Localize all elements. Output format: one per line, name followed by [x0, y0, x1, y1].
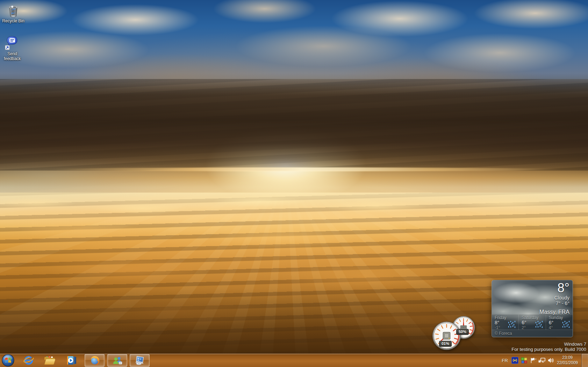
taskbar: FR: [0, 353, 588, 367]
ram-usage-label: 50%: [456, 329, 469, 335]
build-watermark: Windows 7 For testing purposes only. Bui…: [511, 341, 586, 352]
taskbar-internet-explorer[interactable]: [22, 354, 36, 367]
rain-icon: [507, 320, 517, 329]
weather-current: 8° Cloudy 7° - 6° Massy, FRA: [539, 281, 569, 315]
internet-explorer-icon: [23, 355, 34, 366]
desktop-icon-recycle-bin[interactable]: Recycle Bin: [0, 2, 27, 23]
taskbar-gadget-gallery-button[interactable]: [130, 354, 150, 367]
forecast-high: 6°: [549, 320, 553, 325]
media-player-icon: [66, 355, 77, 366]
desktop-icon-label: Recycle Bin: [0, 19, 27, 23]
send-feedback-icon: [4, 35, 20, 51]
network-icon[interactable]: [537, 354, 546, 367]
weather-condition: Cloudy: [539, 295, 569, 301]
desktop-icon-send-feedback[interactable]: Send feedback: [0, 35, 26, 61]
gadget-gallery-icon: [134, 355, 145, 366]
weather-current-temp: 8°: [539, 281, 569, 295]
desktop-icon-label: Send feedback: [0, 51, 26, 61]
forecast-high: 8°: [495, 320, 500, 325]
messenger-icon: [112, 355, 123, 366]
taskbar-media-player[interactable]: [64, 354, 78, 367]
desktop: Recycle Bin Send feedback Windows 7 For …: [0, 0, 588, 367]
forecast-day-label: Friday: [495, 315, 516, 320]
weather-range: 7° - 6°: [539, 301, 569, 306]
volume-icon[interactable]: [546, 354, 555, 367]
clock-time: 23:09: [562, 355, 573, 360]
forecast-day-saturday: Saturday 6° 2°: [518, 315, 545, 330]
start-button[interactable]: [1, 354, 15, 367]
forecast-high: 6°: [522, 320, 526, 325]
clock[interactable]: 23:09 22/01/2009: [555, 354, 579, 367]
wireless-signal-icon[interactable]: [511, 354, 519, 367]
forecast-day-label: Sunday: [549, 315, 571, 320]
watermark-line2: For testing purposes only. Build 7000: [511, 347, 586, 352]
cpu-usage-label: 01%: [439, 341, 452, 347]
taskbar-firefox-button[interactable]: [85, 354, 105, 367]
forecast-day-label: Saturday: [522, 315, 543, 320]
forecast-day-sunday: Sunday 6° 4°: [546, 315, 573, 330]
recycle-bin-icon: [5, 2, 21, 18]
watermark-line1: Windows 7: [511, 341, 586, 347]
taskbar-messenger-button[interactable]: [107, 354, 127, 367]
weather-forecast: Friday 8° -1° Saturday 6° 2°: [492, 314, 573, 330]
rain-icon: [561, 320, 571, 329]
firefox-icon: [89, 355, 100, 366]
clock-date: 22/01/2009: [557, 360, 578, 366]
four-colored-blocks-icon[interactable]: [520, 354, 528, 367]
weather-attribution: © Foreca: [492, 330, 573, 337]
weather-gadget[interactable]: 8° Cloudy 7° - 6° Massy, FRA Friday 8° -…: [492, 280, 573, 337]
show-desktop-button[interactable]: [581, 354, 588, 367]
forecast-day-friday: Friday 8° -1°: [492, 315, 518, 330]
action-center-flag-icon[interactable]: [529, 354, 537, 367]
folder-icon: [44, 355, 56, 366]
rain-icon: [534, 320, 544, 329]
windows-logo-icon: [1, 354, 15, 367]
taskbar-windows-explorer[interactable]: [43, 354, 57, 367]
language-indicator[interactable]: FR: [500, 354, 510, 367]
